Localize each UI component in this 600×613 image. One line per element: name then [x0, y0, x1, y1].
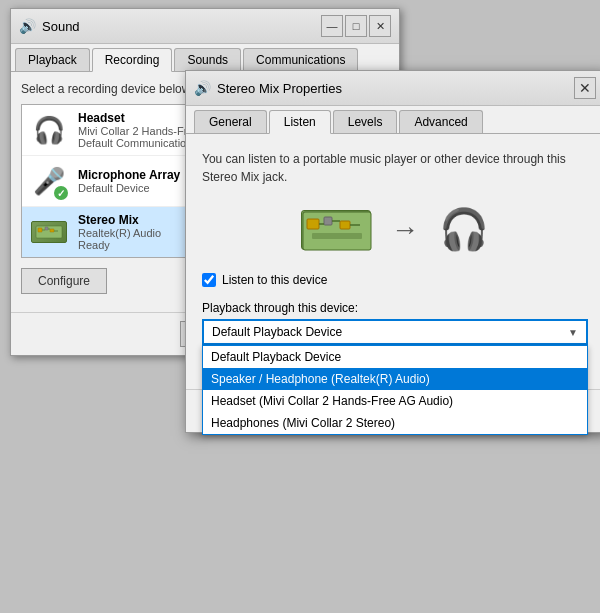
circuit-board-icon — [31, 221, 67, 243]
headset-icon: 🎧 — [30, 111, 68, 149]
listen-checkbox-row: Listen to this device — [202, 273, 588, 287]
svg-rect-8 — [307, 219, 319, 229]
svg-rect-14 — [312, 233, 362, 239]
svg-rect-10 — [340, 221, 350, 229]
close-button[interactable]: ✕ — [369, 15, 391, 37]
dialog-tab-levels[interactable]: Levels — [333, 110, 398, 133]
device-illustration: → 🎧 — [202, 206, 588, 253]
sound-tabs: Playback Recording Sounds Communications — [11, 44, 399, 72]
stereo-mix-icon-wrapper — [30, 213, 68, 251]
dialog-title-icon: 🔊 — [194, 80, 211, 96]
sound-title-text: Sound — [42, 19, 315, 34]
listen-checkbox-label: Listen to this device — [222, 273, 327, 287]
dropdown-selected-value[interactable]: Default Playback Device ▼ — [202, 319, 588, 345]
dialog-tab-general[interactable]: General — [194, 110, 267, 133]
svg-rect-1 — [38, 228, 42, 232]
dropdown-option-2[interactable]: Headset (Mivi Collar 2 Hands-Free AG Aud… — [203, 390, 587, 412]
mic-status-badge: ✓ — [54, 186, 68, 200]
tab-sounds[interactable]: Sounds — [174, 48, 241, 71]
dialog-tab-listen[interactable]: Listen — [269, 110, 331, 134]
dialog-close-button[interactable]: ✕ — [574, 77, 596, 99]
tab-communications[interactable]: Communications — [243, 48, 358, 71]
tab-playback[interactable]: Playback — [15, 48, 90, 71]
sound-title-buttons: ― □ ✕ — [321, 15, 391, 37]
circuit-illustration-svg — [302, 211, 372, 251]
listen-description: You can listen to a portable music playe… — [202, 150, 588, 186]
configure-button[interactable]: Configure — [21, 268, 107, 294]
circuit-svg — [35, 224, 63, 240]
dropdown-option-1[interactable]: Speaker / Headphone (Realtek(R) Audio) — [203, 368, 587, 390]
dialog-content: You can listen to a portable music playe… — [186, 134, 600, 389]
sound-title-bar: 🔊 Sound ― □ ✕ — [11, 9, 399, 44]
dialog-tab-advanced[interactable]: Advanced — [399, 110, 482, 133]
dialog-title-bar: 🔊 Stereo Mix Properties ✕ — [186, 71, 600, 106]
dialog-title-text: Stereo Mix Properties — [217, 81, 568, 96]
svg-rect-7 — [303, 212, 371, 250]
playback-through-label: Playback through this device: — [202, 301, 588, 315]
tab-recording[interactable]: Recording — [92, 48, 173, 72]
dropdown-option-0[interactable]: Default Playback Device — [203, 346, 587, 368]
stereo-mix-dialog: 🔊 Stereo Mix Properties ✕ General Listen… — [185, 70, 600, 433]
circuit-illustration — [301, 210, 371, 250]
headphone-illustration-icon: 🎧 — [439, 206, 489, 253]
dropdown-option-3[interactable]: Headphones (Mivi Collar 2 Stereo) — [203, 412, 587, 434]
arrow-right-icon: → — [391, 214, 419, 246]
svg-rect-9 — [324, 217, 332, 225]
dialog-tabs: General Listen Levels Advanced — [186, 106, 600, 134]
dropdown-arrow-icon: ▼ — [568, 327, 578, 338]
sound-title-icon: 🔊 — [19, 18, 36, 34]
minimize-button[interactable]: ― — [321, 15, 343, 37]
dropdown-selected-text: Default Playback Device — [212, 325, 342, 339]
listen-checkbox[interactable] — [202, 273, 216, 287]
playback-dropdown[interactable]: Default Playback Device ▼ Default Playba… — [202, 319, 588, 345]
svg-rect-3 — [50, 229, 54, 232]
svg-rect-2 — [45, 227, 48, 230]
dropdown-list: Default Playback Device Speaker / Headph… — [202, 345, 588, 435]
microphone-icon: 🎤 ✓ — [30, 162, 68, 200]
maximize-button[interactable]: □ — [345, 15, 367, 37]
